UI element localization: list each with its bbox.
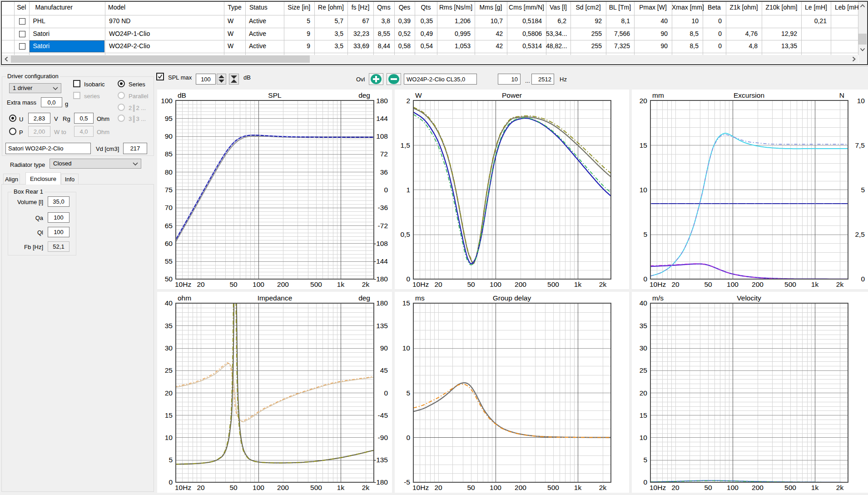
svg-text:0: 0: [643, 478, 647, 486]
svg-text:50: 50: [467, 484, 475, 491]
svg-text:1,5: 1,5: [400, 141, 410, 149]
svg-text:45: 45: [380, 366, 388, 374]
svg-text:0: 0: [384, 186, 388, 194]
svg-text:25: 25: [165, 366, 173, 374]
svg-text:30: 30: [640, 344, 648, 352]
svg-text:65: 65: [165, 222, 173, 230]
svg-text:mm: mm: [652, 91, 664, 99]
svg-text:10Hz: 10Hz: [650, 280, 666, 288]
svg-text:50: 50: [467, 280, 475, 288]
svg-text:Impedance: Impedance: [258, 294, 293, 302]
svg-text:20: 20: [197, 280, 205, 288]
svg-text:100: 100: [253, 484, 264, 491]
svg-text:100: 100: [727, 484, 739, 491]
svg-text:10: 10: [640, 434, 648, 441]
svg-text:0: 0: [384, 389, 388, 397]
svg-text:-180: -180: [374, 275, 388, 283]
svg-text:50: 50: [704, 484, 712, 491]
svg-text:2: 2: [406, 97, 410, 105]
svg-text:10Hz: 10Hz: [412, 280, 429, 288]
svg-text:135: 135: [376, 322, 388, 330]
svg-text:5: 5: [406, 389, 410, 397]
svg-text:50: 50: [229, 280, 238, 288]
svg-text:deg: deg: [358, 91, 370, 99]
svg-text:200: 200: [515, 280, 526, 288]
svg-text:10Hz: 10Hz: [175, 484, 191, 491]
svg-text:-36: -36: [378, 204, 388, 211]
svg-text:200: 200: [752, 280, 764, 288]
svg-text:0: 0: [406, 434, 410, 441]
svg-text:Power: Power: [502, 91, 522, 99]
svg-text:10: 10: [402, 344, 411, 352]
svg-text:90: 90: [165, 132, 173, 140]
svg-text:-5: -5: [404, 478, 410, 486]
svg-text:dB: dB: [178, 91, 186, 99]
svg-text:5: 5: [861, 186, 865, 194]
svg-text:180: 180: [376, 97, 388, 105]
svg-text:72: 72: [380, 150, 388, 158]
svg-text:500: 500: [310, 280, 322, 288]
svg-text:10Hz: 10Hz: [175, 280, 191, 288]
svg-text:180: 180: [376, 299, 388, 307]
svg-text:-72: -72: [378, 222, 388, 230]
svg-text:2k: 2k: [836, 484, 844, 491]
svg-text:200: 200: [277, 280, 289, 288]
svg-text:0: 0: [643, 275, 647, 283]
svg-text:-90: -90: [378, 434, 388, 441]
svg-text:20: 20: [671, 280, 680, 288]
svg-text:40: 40: [640, 299, 648, 307]
svg-text:200: 200: [515, 484, 526, 491]
svg-text:10Hz: 10Hz: [650, 484, 666, 491]
svg-text:1k: 1k: [574, 280, 582, 288]
svg-text:2k: 2k: [599, 484, 607, 491]
svg-text:7,5: 7,5: [855, 141, 865, 149]
svg-text:75: 75: [165, 186, 173, 194]
svg-text:15: 15: [165, 411, 173, 419]
svg-text:50: 50: [704, 280, 712, 288]
svg-text:W: W: [415, 91, 422, 99]
svg-text:35: 35: [640, 322, 647, 330]
svg-text:15: 15: [640, 141, 647, 149]
svg-text:10Hz: 10Hz: [412, 484, 429, 491]
svg-text:500: 500: [547, 280, 559, 288]
svg-text:200: 200: [277, 484, 289, 491]
svg-text:ms: ms: [415, 294, 425, 302]
svg-text:5: 5: [643, 230, 647, 238]
svg-text:Excursion: Excursion: [734, 91, 764, 99]
svg-text:100: 100: [161, 97, 173, 105]
svg-text:1: 1: [406, 186, 410, 194]
svg-text:35: 35: [165, 322, 173, 330]
svg-text:25: 25: [640, 366, 647, 374]
svg-text:2k: 2k: [836, 280, 844, 288]
svg-text:-45: -45: [378, 411, 388, 419]
svg-text:20: 20: [197, 484, 205, 491]
svg-text:108: 108: [376, 132, 388, 140]
svg-text:-108: -108: [374, 240, 388, 247]
svg-text:50: 50: [229, 484, 238, 491]
svg-text:0,5: 0,5: [400, 230, 410, 238]
svg-text:144: 144: [376, 115, 388, 122]
svg-text:30: 30: [165, 344, 173, 352]
svg-text:40: 40: [165, 299, 173, 307]
svg-text:10: 10: [640, 186, 648, 194]
svg-text:15: 15: [640, 411, 647, 419]
svg-text:10: 10: [857, 97, 865, 105]
svg-text:55: 55: [165, 257, 173, 265]
svg-text:1k: 1k: [811, 280, 819, 288]
svg-text:1k: 1k: [337, 280, 345, 288]
svg-text:1k: 1k: [574, 484, 582, 491]
svg-text:Velocity: Velocity: [737, 294, 761, 302]
svg-text:2k: 2k: [599, 280, 607, 288]
svg-text:95: 95: [165, 115, 173, 122]
svg-text:2k: 2k: [362, 484, 370, 491]
svg-text:80: 80: [165, 168, 173, 176]
svg-text:0: 0: [169, 478, 173, 486]
svg-text:5: 5: [169, 456, 173, 464]
svg-text:0: 0: [861, 275, 865, 283]
svg-text:100: 100: [490, 484, 501, 491]
svg-text:N: N: [839, 91, 844, 99]
svg-text:Group delay: Group delay: [493, 294, 531, 302]
svg-text:SPL: SPL: [268, 91, 282, 99]
svg-text:2k: 2k: [362, 280, 370, 288]
svg-text:ohm: ohm: [178, 294, 191, 302]
